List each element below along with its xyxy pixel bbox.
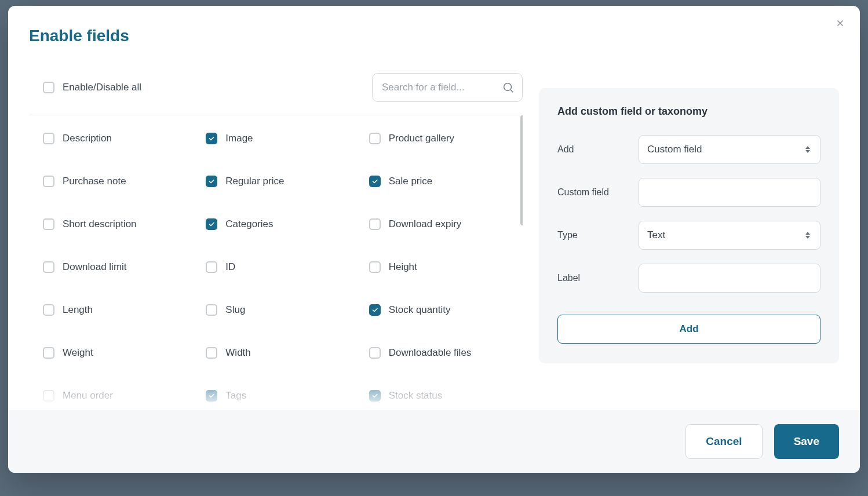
field-checkbox[interactable] [206, 176, 217, 187]
field-checkbox[interactable] [43, 347, 54, 359]
field-checkbox[interactable] [369, 218, 381, 230]
field-checkbox[interactable] [369, 304, 381, 316]
field-item: Stock quantity [369, 304, 523, 316]
field-checkbox[interactable] [43, 261, 54, 273]
field-checkbox[interactable] [369, 261, 381, 273]
panel-title: Add custom field or taxonomy [557, 105, 820, 118]
save-button[interactable]: Save [774, 424, 839, 459]
sort-icon [804, 232, 812, 239]
form-label-add: Add [557, 144, 639, 155]
fields-scroll-area: DescriptionImageProduct galleryPurchase … [29, 115, 523, 410]
add-select[interactable]: Custom field [639, 135, 820, 164]
field-label: Stock status [389, 390, 443, 402]
field-label: Length [63, 304, 93, 316]
field-checkbox[interactable] [206, 304, 217, 316]
scrollbar-thumb[interactable] [520, 115, 523, 225]
field-item: Slug [206, 304, 359, 316]
field-label: Image [225, 133, 253, 144]
field-item: Purchase note [43, 176, 196, 187]
field-item: Sale price [369, 176, 523, 187]
field-item: Product gallery [369, 133, 523, 144]
cancel-button[interactable]: Cancel [685, 424, 762, 459]
field-checkbox[interactable] [369, 347, 381, 359]
field-item: Download expiry [369, 218, 523, 230]
field-label: Download limit [63, 261, 127, 273]
form-label-label: Label [557, 273, 639, 283]
field-checkbox[interactable] [43, 390, 54, 402]
field-label: Downloadable files [389, 347, 472, 359]
close-icon [835, 18, 845, 31]
field-item: Weight [43, 347, 196, 359]
field-checkbox[interactable] [206, 133, 217, 144]
field-label: Description [63, 133, 112, 144]
field-label: Regular price [225, 176, 284, 187]
svg-point-0 [504, 83, 512, 91]
field-item: Short description [43, 218, 196, 230]
field-label: ID [225, 261, 235, 273]
field-checkbox[interactable] [43, 304, 54, 316]
field-item: ID [206, 261, 359, 273]
field-item: Menu order [43, 390, 196, 402]
enable-fields-modal: Enable fields Enable/Disable all Descrip… [8, 6, 860, 473]
field-label: Purchase note [63, 176, 126, 187]
field-item: Regular price [206, 176, 359, 187]
type-select[interactable]: Text [639, 221, 820, 250]
form-label-custom-field: Custom field [557, 187, 639, 198]
field-label: Weight [63, 347, 93, 359]
add-select-value: Custom field [647, 144, 702, 155]
field-checkbox[interactable] [206, 261, 217, 273]
field-checkbox[interactable] [369, 176, 381, 187]
field-checkbox[interactable] [206, 218, 217, 230]
field-label: Categories [225, 218, 273, 230]
modal-footer: Cancel Save [8, 410, 860, 473]
search-icon [501, 80, 516, 95]
enable-all-label: Enable/Disable all [63, 82, 141, 93]
field-checkbox[interactable] [369, 390, 381, 402]
field-item: Image [206, 133, 359, 144]
field-label: Download expiry [389, 218, 462, 230]
custom-field-input[interactable] [639, 178, 820, 207]
field-label: Tags [225, 390, 246, 402]
field-label: Width [225, 347, 250, 359]
field-label: Height [389, 261, 417, 273]
close-button[interactable] [832, 16, 848, 32]
field-item: Height [369, 261, 523, 273]
field-checkbox[interactable] [206, 390, 217, 402]
form-label-type: Type [557, 230, 639, 240]
field-checkbox[interactable] [369, 133, 381, 144]
field-item: Length [43, 304, 196, 316]
add-button[interactable]: Add [557, 315, 820, 344]
field-label: Short description [63, 218, 137, 230]
field-item: Stock status [369, 390, 523, 402]
search-input[interactable] [372, 73, 523, 102]
label-input[interactable] [639, 264, 820, 293]
field-checkbox[interactable] [43, 218, 54, 230]
field-item: Tags [206, 390, 359, 402]
enable-all-checkbox[interactable] [43, 82, 54, 93]
field-checkbox[interactable] [43, 133, 54, 144]
field-label: Menu order [63, 390, 113, 402]
field-label: Stock quantity [389, 304, 451, 316]
field-item: Download limit [43, 261, 196, 273]
custom-field-panel: Add custom field or taxonomy Add Custom … [539, 88, 839, 363]
field-checkbox[interactable] [206, 347, 217, 359]
sort-icon [804, 146, 812, 153]
field-item: Categories [206, 218, 359, 230]
field-item: Description [43, 133, 196, 144]
field-item: Width [206, 347, 359, 359]
field-item: Downloadable files [369, 347, 523, 359]
modal-title: Enable fields [8, 6, 860, 45]
type-select-value: Text [647, 229, 665, 241]
field-label: Sale price [389, 176, 433, 187]
field-label: Slug [225, 304, 245, 316]
field-label: Product gallery [389, 133, 454, 144]
field-checkbox[interactable] [43, 176, 54, 187]
